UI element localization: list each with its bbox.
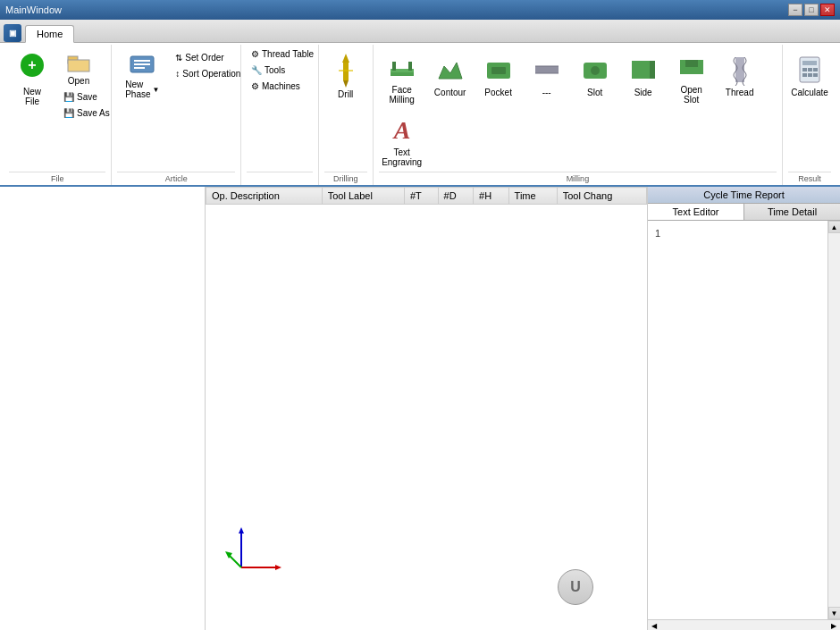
- scroll-right-arrow[interactable]: ▶: [827, 620, 840, 631]
- scroll-down-arrow[interactable]: ▼: [828, 607, 841, 619]
- svg-marker-39: [239, 527, 244, 533]
- slot-button[interactable]: Slot: [572, 46, 618, 102]
- drill-button[interactable]: Drill: [324, 46, 367, 102]
- svg-marker-10: [343, 80, 349, 88]
- axes: [223, 514, 295, 587]
- tab-home[interactable]: Home: [25, 25, 74, 43]
- save-as-button[interactable]: 💾 Save As: [59, 105, 114, 121]
- contour-icon: [435, 54, 466, 88]
- col-tool-label: Tool Label: [322, 188, 404, 205]
- set-order-icon: ⇅: [175, 53, 182, 63]
- new-phase-label: NewPhase: [125, 80, 150, 99]
- new-file-button[interactable]: + NewFile: [9, 46, 55, 109]
- thread-label: Thread: [726, 88, 754, 97]
- thread-icon: [725, 54, 755, 88]
- window-title: MainWindow: [5, 4, 62, 15]
- tools-button[interactable]: 🔧 Tools: [247, 63, 313, 78]
- side-button[interactable]: Side: [620, 46, 667, 102]
- svg-rect-14: [392, 62, 396, 71]
- ribbon-group-milling: FaceMilling Contour P: [374, 45, 783, 185]
- left-panel: [0, 187, 206, 630]
- col-time: Time: [508, 188, 557, 205]
- open-slot-label: OpenSlot: [680, 85, 701, 105]
- side-label: Side: [634, 88, 652, 97]
- thread-table-button[interactable]: ⚙ Thread Table: [247, 46, 313, 62]
- scroll-up-arrow[interactable]: ▲: [828, 221, 841, 233]
- svg-rect-17: [491, 67, 506, 74]
- right-tabs: Text Editor Time Detail: [648, 204, 840, 221]
- svg-rect-22: [591, 66, 600, 75]
- svg-rect-31: [802, 61, 817, 65]
- slot-label: Slot: [587, 88, 602, 97]
- machines-label: Machines: [262, 81, 300, 91]
- groove-icon: [532, 54, 562, 88]
- pocket-icon: [483, 54, 514, 88]
- tab-time-detail[interactable]: Time Detail: [744, 204, 840, 220]
- article-group-label: Article: [117, 172, 235, 183]
- open-icon: [66, 53, 91, 76]
- pocket-button[interactable]: Pocket: [475, 46, 522, 102]
- svg-rect-33: [808, 68, 812, 71]
- svg-rect-5: [134, 60, 150, 62]
- svg-rect-35: [802, 73, 807, 77]
- contour-button[interactable]: Contour: [427, 46, 474, 102]
- tab-text-editor[interactable]: Text Editor: [648, 204, 744, 220]
- new-phase-button[interactable]: NewPhase ▼: [117, 46, 167, 102]
- maximize-button[interactable]: □: [804, 4, 819, 16]
- u-button[interactable]: U: [558, 569, 593, 605]
- line-number: 1: [655, 228, 660, 239]
- operation-table: Op. Description Tool Label #T #D #H Time…: [206, 187, 647, 409]
- sort-operation-button[interactable]: ↕ Sort Operation: [171, 66, 245, 81]
- ribbon: + NewFile Open: [0, 43, 840, 187]
- col-t: #T: [404, 188, 438, 205]
- face-milling-button[interactable]: FaceMilling: [379, 46, 425, 107]
- face-milling-label: FaceMilling: [389, 85, 414, 105]
- save-icon: 💾: [63, 92, 74, 102]
- drill-icon: [332, 52, 360, 89]
- open-slot-button[interactable]: OpenSlot: [668, 46, 715, 107]
- calculate-button[interactable]: Calculate: [788, 46, 831, 102]
- center-panel: Op. Description Tool Label #T #D #H Time…: [206, 187, 648, 630]
- file-group-label: File: [9, 172, 105, 183]
- open-slot-icon: [676, 51, 707, 85]
- close-button[interactable]: ✕: [820, 4, 835, 16]
- open-button[interactable]: Open: [59, 50, 98, 88]
- machines-button[interactable]: ⚙ Machines: [247, 79, 313, 94]
- svg-rect-37: [813, 73, 818, 77]
- set-order-label: Set Order: [185, 53, 223, 63]
- title-bar: MainWindow − □ ✕: [0, 0, 840, 20]
- col-h: #H: [474, 188, 509, 205]
- text-engraving-icon: A: [387, 113, 417, 147]
- scroll-left-arrow[interactable]: ◀: [648, 620, 660, 631]
- svg-rect-11: [339, 70, 353, 71]
- col-d: #D: [438, 188, 474, 205]
- svg-rect-3: [68, 60, 89, 71]
- calculate-icon: [794, 54, 825, 88]
- minimize-button[interactable]: −: [788, 4, 802, 16]
- contour-label: Contour: [434, 88, 466, 97]
- save-label: Save: [77, 92, 97, 102]
- milling-group-label: Milling: [379, 172, 777, 183]
- ribbon-group-file: + NewFile Open: [4, 45, 112, 185]
- col-op-description: Op. Description: [206, 188, 323, 205]
- result-group-label: Result: [788, 172, 831, 183]
- svg-rect-6: [134, 63, 150, 65]
- slot-icon: [580, 54, 610, 88]
- svg-marker-8: [342, 54, 349, 63]
- right-content: 1 ▲ ▼: [648, 221, 840, 619]
- cycle-time-header: Cycle Time Report: [648, 187, 840, 204]
- new-phase-icon: [129, 51, 155, 80]
- save-button[interactable]: 💾 Save: [59, 89, 114, 105]
- thread-table-icon: ⚙: [251, 49, 259, 59]
- svg-rect-23: [632, 61, 650, 79]
- open-label: Open: [68, 76, 89, 86]
- save-as-label: Save As: [77, 108, 110, 118]
- groove-button[interactable]: ---: [524, 46, 570, 102]
- text-engraving-label: TextEngraving: [382, 147, 422, 167]
- text-engraving-button[interactable]: A TextEngraving: [379, 109, 425, 170]
- new-file-label: NewFile: [23, 87, 41, 106]
- thread-button[interactable]: Thread: [717, 46, 763, 102]
- svg-rect-32: [802, 68, 807, 71]
- svg-rect-36: [808, 73, 812, 77]
- set-order-button[interactable]: ⇅ Set Order: [171, 50, 245, 65]
